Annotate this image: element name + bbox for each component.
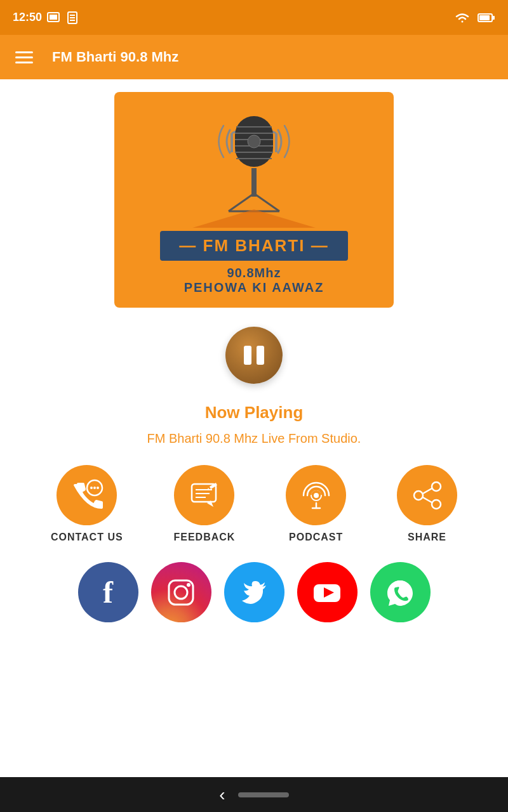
brand-name: — FM BHARTI —: [179, 236, 328, 256]
hamburger-menu[interactable]: [15, 51, 33, 63]
feedback-label: FEEDBACK: [173, 532, 235, 543]
svg-line-43: [423, 497, 432, 502]
svg-point-28: [93, 487, 96, 489]
svg-rect-8: [479, 15, 490, 20]
whatsapp-icon: [384, 577, 416, 608]
youtube-button[interactable]: [297, 562, 358, 622]
microphone-icon: [190, 105, 318, 219]
youtube-icon: [311, 577, 343, 608]
facebook-button[interactable]: f: [78, 562, 138, 622]
twitter-icon: [238, 577, 270, 608]
feedback-icon: [188, 479, 221, 512]
svg-point-40: [414, 491, 423, 500]
svg-point-39: [432, 482, 441, 491]
feedback-button[interactable]: FEEDBACK: [173, 465, 235, 543]
play-pause-button[interactable]: [225, 327, 283, 384]
instagram-icon: [165, 577, 197, 608]
podcast-label: PODCAST: [289, 532, 343, 543]
instagram-button[interactable]: [151, 562, 211, 622]
toolbar: FM Bharti 90.8 Mhz: [0, 35, 508, 79]
status-bar: 12:50: [0, 0, 508, 35]
svg-rect-1: [50, 15, 57, 20]
status-time: 12:50: [13, 11, 42, 24]
phone-chat-icon: [70, 479, 104, 512]
twitter-button[interactable]: [224, 562, 284, 622]
frequency-text: 90.8Mhz: [227, 266, 281, 280]
share-label: SHARE: [408, 532, 446, 543]
app-title: FM Bharti 90.8 Mhz: [52, 49, 178, 65]
action-buttons: CONTACT US FEEDBACK: [13, 446, 495, 549]
bottom-nav-bar: ‹: [0, 777, 508, 812]
svg-point-46: [187, 583, 190, 587]
tagline-text: PEHOWA KI AAWAZ: [184, 280, 324, 295]
whatsapp-button[interactable]: [370, 562, 431, 622]
podcast-button[interactable]: PODCAST: [286, 465, 346, 543]
now-playing-section: Now Playing FM Bharti 90.8 Mhz Live From…: [147, 403, 361, 446]
microphone-graphic: [190, 105, 318, 219]
share-button[interactable]: SHARE: [397, 465, 457, 543]
battery-icon: [478, 11, 495, 24]
facebook-icon: f: [103, 577, 113, 608]
triangle-graphic: [159, 209, 349, 228]
svg-rect-5: [70, 20, 75, 21]
wifi-icon: [453, 11, 471, 24]
share-icon-circle: [397, 465, 457, 525]
svg-point-36: [314, 493, 319, 498]
contact-us-icon-circle: [57, 465, 117, 525]
svg-line-42: [423, 488, 432, 494]
svg-rect-3: [70, 15, 75, 16]
social-buttons: f: [13, 549, 495, 622]
now-playing-label: Now Playing: [147, 403, 361, 422]
contact-us-label: CONTACT US: [51, 532, 123, 543]
svg-line-10: [254, 193, 279, 211]
svg-line-9: [229, 193, 254, 211]
pause-icon: [244, 346, 264, 365]
back-button[interactable]: ‹: [219, 785, 225, 805]
svg-marker-25: [192, 209, 315, 228]
svg-point-27: [90, 487, 93, 489]
svg-point-45: [175, 586, 187, 599]
now-playing-text: FM Bharti 90.8 Mhz Live From Studio.: [147, 431, 361, 446]
contact-us-button[interactable]: CONTACT US: [51, 465, 123, 543]
svg-point-24: [248, 135, 260, 148]
podcast-icon: [300, 479, 333, 512]
svg-rect-12: [251, 168, 257, 197]
svg-rect-4: [70, 17, 75, 18]
status-screen-icon: [47, 12, 61, 23]
feedback-icon-circle: [174, 465, 234, 525]
station-logo: — FM BHARTI — 90.8Mhz PEHOWA KI AAWAZ: [114, 92, 394, 308]
svg-point-29: [97, 487, 99, 489]
podcast-icon-circle: [286, 465, 346, 525]
svg-point-41: [432, 500, 441, 509]
share-icon: [411, 479, 444, 512]
status-sim-icon: [66, 11, 79, 24]
svg-rect-7: [492, 16, 495, 20]
brand-banner: — FM BHARTI —: [160, 231, 347, 261]
main-content: — FM BHARTI — 90.8Mhz PEHOWA KI AAWAZ No…: [0, 79, 508, 622]
home-pill[interactable]: [238, 792, 289, 797]
